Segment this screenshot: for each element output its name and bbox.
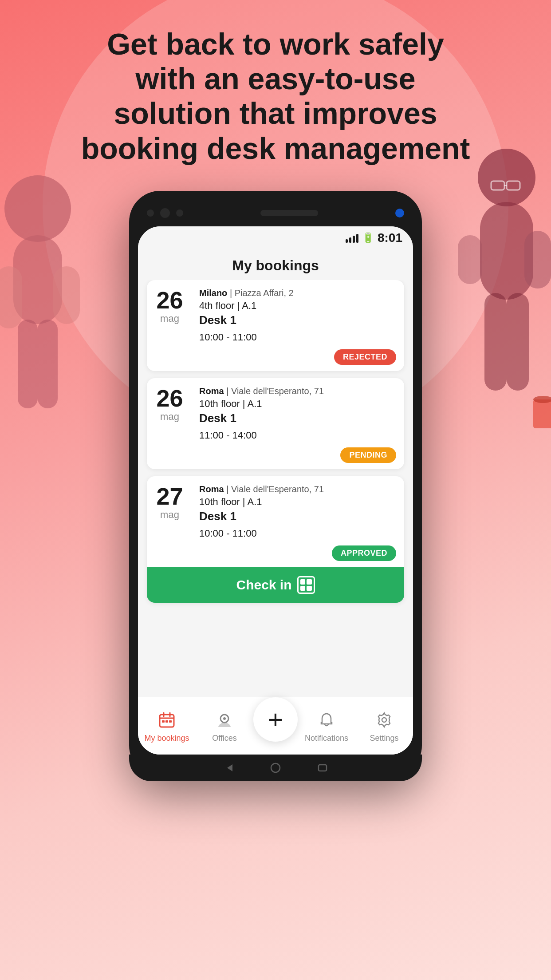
date-col-2: 26 mag — [156, 386, 191, 441]
svg-point-0 — [4, 175, 71, 242]
settings-icon — [373, 709, 395, 731]
plus-icon: + — [268, 704, 283, 734]
svg-rect-33 — [319, 765, 327, 771]
card-floor-2: 10th floor | A.1 — [199, 398, 395, 410]
checkin-label: Check in — [236, 577, 291, 593]
android-recents-button[interactable] — [317, 762, 328, 774]
status-bar: 🔋 8:01 — [138, 226, 413, 249]
nav-item-notifications[interactable]: Notifications — [298, 709, 355, 743]
status-badge-1: REJECTED — [334, 349, 396, 365]
bookings-list: 26 mag Milano | Piazza Affari, 2 4th flo… — [138, 280, 413, 697]
camera-dot-3 — [176, 209, 183, 217]
phone-shell: 🔋 8:01 My bookings 26 mag — [129, 191, 422, 777]
svg-rect-5 — [38, 320, 58, 408]
status-badge-3: APPROVED — [332, 545, 396, 561]
header-section: Get back to work safely with an easy-to-… — [76, 27, 475, 166]
svg-rect-26 — [165, 720, 168, 723]
date-col-3: 27 mag — [156, 484, 191, 539]
page-title-bar: My bookings — [138, 249, 413, 280]
card-city-3: Roma — [199, 484, 224, 494]
svg-rect-3 — [53, 266, 80, 324]
android-nav-bar — [129, 755, 422, 781]
svg-rect-25 — [162, 720, 165, 723]
card-floor-3: 10th floor | A.1 — [199, 496, 395, 508]
svg-point-29 — [223, 717, 226, 720]
card-badge-row-1: REJECTED — [147, 349, 404, 371]
nav-label-settings: Settings — [370, 734, 398, 743]
card-info-1: Milano | Piazza Affari, 2 4th floor | A.… — [199, 288, 395, 343]
speaker-grille — [260, 210, 318, 216]
date-month-1: mag — [160, 313, 179, 324]
svg-rect-27 — [169, 720, 172, 723]
front-camera — [395, 209, 404, 217]
card-desk-1: Desk 1 — [199, 313, 395, 327]
bell-icon — [315, 709, 338, 731]
qr-code-icon — [297, 576, 315, 594]
camera-cluster — [147, 208, 183, 218]
card-address-2: Viale dell'Esperanto, 71 — [231, 386, 324, 396]
svg-rect-11 — [458, 235, 482, 284]
checkin-button[interactable]: Check in — [147, 567, 404, 603]
booking-card-1[interactable]: 26 mag Milano | Piazza Affari, 2 4th flo… — [147, 280, 404, 371]
status-time: 8:01 — [378, 231, 402, 245]
card-time-3: 10:00 - 11:00 — [199, 528, 395, 539]
app-content: My bookings 26 mag Milano | — [138, 249, 413, 755]
status-badge-2: PENDING — [340, 447, 396, 463]
svg-rect-19 — [533, 399, 551, 428]
svg-point-32 — [271, 763, 280, 772]
date-day-3: 27 — [156, 484, 183, 508]
nav-label-notifications: Notifications — [305, 734, 348, 743]
signal-icon — [346, 233, 358, 243]
android-home-button[interactable] — [270, 762, 281, 774]
date-month-3: mag — [160, 509, 179, 521]
svg-point-8 — [478, 149, 535, 206]
date-col-1: 26 mag — [156, 288, 191, 343]
card-address-sep-1: | — [230, 288, 235, 298]
card-address-sep-3: | — [226, 484, 231, 494]
offices-icon — [213, 709, 236, 731]
deco-right-figure — [449, 133, 551, 533]
card-main-1: 26 mag Milano | Piazza Affari, 2 4th flo… — [147, 280, 404, 349]
card-time-2: 11:00 - 14:00 — [199, 430, 395, 441]
hero-title: Get back to work safely with an easy-to-… — [76, 27, 475, 166]
card-desk-3: Desk 1 — [199, 510, 395, 523]
camera-dot-1 — [147, 209, 154, 217]
bottom-nav: My bookings Offices + — [138, 697, 413, 755]
card-address-1: Piazza Affari, 2 — [235, 288, 294, 298]
svg-rect-10 — [524, 231, 551, 288]
fab-add-button[interactable]: + — [253, 697, 298, 742]
card-main-2: 26 mag Roma | Viale dell'Esperanto, 71 1… — [147, 378, 404, 447]
svg-rect-12 — [484, 293, 507, 391]
card-info-3: Roma | Viale dell'Esperanto, 71 10th flo… — [199, 484, 395, 539]
android-back-button[interactable] — [223, 762, 234, 774]
svg-rect-4 — [18, 320, 38, 408]
page-title: My bookings — [232, 257, 319, 273]
card-badge-row-3: APPROVED — [147, 545, 404, 567]
card-badge-row-2: PENDING — [147, 447, 404, 469]
date-day-1: 26 — [156, 288, 183, 312]
nav-item-settings[interactable]: Settings — [355, 709, 413, 743]
nav-item-offices[interactable]: Offices — [196, 709, 253, 743]
card-location-3: Roma | Viale dell'Esperanto, 71 — [199, 484, 395, 494]
nav-label-offices: Offices — [212, 734, 237, 743]
card-address-3: Viale dell'Esperanto, 71 — [231, 484, 324, 494]
date-month-2: mag — [160, 411, 179, 423]
nav-item-my-bookings[interactable]: My bookings — [138, 709, 196, 743]
svg-rect-2 — [0, 266, 22, 328]
nav-label-my-bookings: My bookings — [144, 734, 189, 743]
date-day-2: 26 — [156, 386, 183, 410]
booking-card-2[interactable]: 26 mag Roma | Viale dell'Esperanto, 71 1… — [147, 378, 404, 469]
card-city-2: Roma — [199, 386, 224, 396]
deco-left-figure — [0, 155, 89, 466]
svg-rect-13 — [507, 293, 529, 391]
card-location-2: Roma | Viale dell'Esperanto, 71 — [199, 386, 395, 396]
card-location-1: Milano | Piazza Affari, 2 — [199, 288, 395, 298]
phone-screen: 🔋 8:01 My bookings 26 mag — [138, 226, 413, 755]
svg-point-30 — [382, 718, 386, 722]
card-floor-1: 4th floor | A.1 — [199, 300, 395, 312]
battery-icon: 🔋 — [362, 232, 374, 244]
phone-notch — [129, 191, 422, 226]
booking-card-3[interactable]: 27 mag Roma | Viale dell'Esperanto, 71 1… — [147, 476, 404, 603]
card-city-1: Milano — [199, 288, 227, 298]
card-main-3: 27 mag Roma | Viale dell'Esperanto, 71 1… — [147, 476, 404, 545]
